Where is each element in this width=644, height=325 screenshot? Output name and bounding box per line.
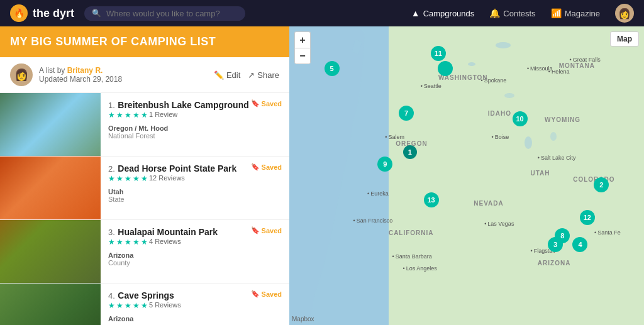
author-link[interactable]: Britany R.	[67, 66, 103, 75]
camp-name[interactable]: Breitenbush Lake Campground	[118, 100, 248, 110]
campgrounds-list: 1. Breitenbush Lake Campground ★★★★★ 1 R…	[0, 93, 289, 325]
map-pin[interactable]: 8	[555, 228, 570, 243]
zoom-out-button[interactable]: −	[294, 48, 311, 64]
campground-item[interactable]: 4. Cave Springs ★★★★★ 5 Reviews 🔖Saved A…	[0, 284, 289, 325]
map-state-label: UTAH	[531, 170, 550, 177]
map-pin[interactable]: 4	[572, 237, 587, 252]
list-header: MY BIG SUMMER OF CAMPING LIST	[0, 26, 289, 57]
map-pin[interactable]	[438, 61, 453, 76]
svg-point-0	[496, 42, 511, 48]
nav-contests[interactable]: 🔔 Contests	[489, 8, 535, 18]
main-content: MY BIG SUMMER OF CAMPING LIST 👩 A list b…	[0, 26, 644, 325]
map-city-label: Salt Lake City	[538, 155, 576, 161]
saved-badge: 🔖Saved	[251, 163, 282, 171]
meta-prefix: A list by	[39, 66, 65, 75]
meta-text: A list by Britany R. Updated March 29, 2…	[39, 66, 208, 84]
saved-label: Saved	[262, 100, 282, 107]
meta-updated: Updated March 29, 2018	[39, 75, 122, 84]
star-rating: ★★★★★ 4 Reviews	[108, 238, 218, 246]
review-count: 5 Reviews	[149, 301, 181, 310]
map-background: WASHINGTONOREGONIDAHONEVADAUTAHCALIFORNI…	[289, 26, 644, 325]
user-avatar[interactable]: 👩	[615, 4, 634, 23]
map-zoom-controls: + −	[294, 31, 311, 64]
campground-item[interactable]: 2. Dead Horse Point State Park ★★★★★ 12 …	[0, 157, 289, 220]
location-type: State	[108, 196, 125, 203]
map-state-label: ARIZONA	[538, 260, 571, 267]
svg-point-3	[525, 136, 532, 149]
nav-magazine[interactable]: 📶 Magazine	[551, 8, 600, 18]
campground-item[interactable]: 1. Breitenbush Lake Campground ★★★★★ 1 R…	[0, 93, 289, 157]
bookmark-icon: 🔖	[251, 163, 260, 171]
list-meta: 👩 A list by Britany R. Updated March 29,…	[0, 57, 289, 93]
logo[interactable]: 🔥 the dyrt	[10, 4, 74, 22]
edit-icon: ✏️	[214, 70, 224, 80]
camp-image	[0, 220, 101, 283]
location-main: Oregon / Mt. Hood	[108, 124, 168, 132]
camp-location: Utah State	[108, 188, 282, 203]
map-pin[interactable]: 2	[594, 177, 609, 192]
nav-campgrounds[interactable]: ▲ Campgrounds	[411, 8, 475, 18]
svg-point-4	[550, 132, 557, 141]
camp-image	[0, 157, 101, 219]
map-attribution: Mapbox	[292, 316, 314, 322]
camp-name[interactable]: Cave Springs	[118, 290, 174, 300]
camp-name[interactable]: Hualapai Mountain Park	[118, 227, 218, 237]
map-pin[interactable]: 10	[513, 111, 528, 126]
star-rating: ★★★★★ 12 Reviews	[108, 174, 236, 183]
map-city-label: Santa Barbara	[392, 253, 432, 260]
map-ocean	[289, 26, 389, 325]
camp-image-bg	[0, 220, 101, 283]
map-city-label: Boise	[491, 134, 509, 140]
saved-badge: 🔖Saved	[251, 99, 282, 107]
map-city-label: Las Vegas	[484, 221, 514, 227]
map-state-label: CALIFORNIA	[389, 229, 434, 236]
meta-actions: ✏️ Edit ↗ Share	[214, 70, 279, 80]
camp-image	[0, 284, 101, 325]
bookmark-icon: 🔖	[251, 290, 260, 298]
map-city-label: Eureka	[367, 190, 389, 197]
map-pin[interactable]: 7	[399, 106, 414, 121]
magazine-icon: 📶	[551, 8, 562, 18]
map-pin[interactable]: 11	[431, 46, 446, 61]
search-bar[interactable]: 🔍	[84, 6, 245, 21]
camp-details: 2. Dead Horse Point State Park ★★★★★ 12 …	[101, 157, 289, 219]
star-rating: ★★★★★ 1 Review	[108, 111, 249, 119]
camp-name[interactable]: Dead Horse Point State Park	[118, 163, 236, 174]
search-icon: 🔍	[92, 9, 101, 18]
map-pin[interactable]: 1	[403, 145, 417, 159]
nav-contests-label: Contests	[503, 9, 535, 18]
map-pin[interactable]: 13	[424, 192, 439, 207]
logo-text: the dyrt	[33, 7, 74, 20]
left-panel: MY BIG SUMMER OF CAMPING LIST 👩 A list b…	[0, 26, 289, 325]
search-input[interactable]	[106, 9, 238, 18]
map-city-label: Los Angeles	[402, 265, 436, 272]
edit-button[interactable]: ✏️ Edit	[214, 70, 240, 80]
map-panel: WASHINGTONOREGONIDAHONEVADAUTAHCALIFORNI…	[289, 26, 644, 325]
share-button[interactable]: ↗ Share	[248, 70, 279, 80]
camp-number: 3.	[108, 228, 115, 237]
zoom-in-button[interactable]: +	[294, 31, 311, 48]
location-type: National Forest	[108, 132, 155, 140]
map-pin[interactable]: 12	[580, 210, 595, 225]
camp-details: 1. Breitenbush Lake Campground ★★★★★ 1 R…	[101, 93, 289, 156]
map-city-label: Seattle	[421, 83, 441, 89]
map-pin[interactable]: 9	[377, 157, 392, 172]
camp-image-bg	[0, 284, 101, 325]
review-count: 1 Review	[149, 111, 177, 119]
review-count: 12 Reviews	[149, 174, 185, 183]
location-main: Arizona	[108, 251, 133, 259]
saved-label: Saved	[262, 290, 282, 298]
logo-icon: 🔥	[10, 4, 28, 22]
contests-icon: 🔔	[489, 8, 500, 18]
map-city-label: Spokane	[481, 77, 507, 84]
camp-number: 2.	[108, 164, 115, 174]
map-pin[interactable]: 5	[325, 61, 340, 76]
share-icon: ↗	[248, 70, 255, 80]
map-type-button[interactable]: Map	[610, 31, 639, 47]
map-state-label: IDAHO	[488, 110, 511, 117]
saved-label: Saved	[262, 227, 282, 234]
svg-point-2	[504, 93, 514, 98]
campground-item[interactable]: 3. Hualapai Mountain Park ★★★★★ 4 Review…	[0, 220, 289, 284]
review-count: 4 Reviews	[149, 238, 181, 246]
nav-magazine-label: Magazine	[565, 9, 600, 18]
